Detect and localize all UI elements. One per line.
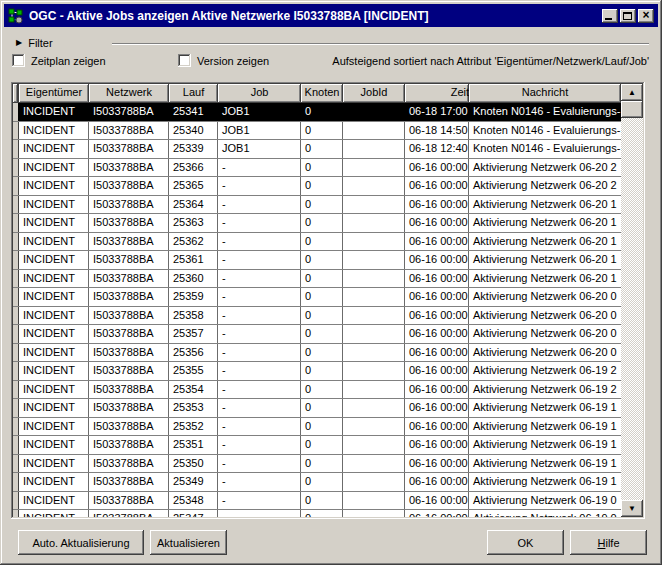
table-cell[interactable]: 25341: [169, 103, 218, 121]
zeitplan-checkbox-group[interactable]: Zeitplan zeigen: [12, 54, 106, 67]
table-cell[interactable]: 06-16 00:00: [405, 418, 469, 436]
table-cell[interactable]: 25362: [169, 233, 218, 251]
table-cell[interactable]: 25358: [169, 307, 218, 325]
column-header[interactable]: Job: [218, 84, 301, 103]
table-cell[interactable]: 06-16 00:00: [405, 251, 469, 269]
refresh-button[interactable]: Aktualisieren: [150, 530, 227, 555]
table-row[interactable]: INCIDENTI5033788BA25350-006-16 00:00Akti…: [13, 455, 621, 474]
table-cell[interactable]: I5033788BA: [89, 399, 169, 417]
minimize-button[interactable]: [602, 9, 618, 23]
table-cell[interactable]: JOB1: [218, 140, 301, 158]
table-row[interactable]: INCIDENTI5033788BA25363-006-16 00:00Akti…: [13, 214, 621, 233]
table-cell[interactable]: 0: [301, 399, 343, 417]
table-row[interactable]: INCIDENTI5033788BA25360-006-16 00:00Akti…: [13, 270, 621, 289]
table-cell[interactable]: -: [218, 510, 301, 517]
table-cell[interactable]: -: [218, 251, 301, 269]
table-cell[interactable]: I5033788BA: [89, 455, 169, 473]
version-checkbox-group[interactable]: Version zeigen: [178, 54, 269, 67]
table-row[interactable]: INCIDENTI5033788BA25364-006-16 00:00Akti…: [13, 196, 621, 215]
table-cell[interactable]: INCIDENT: [19, 159, 89, 177]
table-cell[interactable]: 06-16 00:00: [405, 436, 469, 454]
app-icon[interactable]: [8, 8, 24, 24]
table-cell[interactable]: [343, 307, 405, 325]
table-cell[interactable]: 06-16 00:00: [405, 159, 469, 177]
table-cell[interactable]: -: [218, 399, 301, 417]
table-cell[interactable]: I5033788BA: [89, 251, 169, 269]
table-cell[interactable]: INCIDENT: [19, 122, 89, 140]
table-row[interactable]: INCIDENTI5033788BA25351-006-16 00:00Akti…: [13, 436, 621, 455]
table-cell[interactable]: 25340: [169, 122, 218, 140]
table-row[interactable]: INCIDENTI5033788BA25357-006-16 00:00Akti…: [13, 325, 621, 344]
auto-refresh-button[interactable]: Auto. Aktualisierung: [18, 530, 144, 555]
table-cell[interactable]: 06-16 00:00: [405, 177, 469, 195]
table-cell[interactable]: 0: [301, 436, 343, 454]
table-cell[interactable]: 0: [301, 418, 343, 436]
table-cell[interactable]: [343, 251, 405, 269]
table-cell[interactable]: [343, 103, 405, 121]
table-cell[interactable]: [343, 362, 405, 380]
table-cell[interactable]: 25357: [169, 325, 218, 343]
table-cell[interactable]: Aktivierung Netzwerk 06-20 0: [469, 307, 621, 325]
table-cell[interactable]: 25366: [169, 159, 218, 177]
table-cell[interactable]: 06-16 00:00: [405, 381, 469, 399]
column-header[interactable]: Lauf: [169, 84, 218, 103]
table-cell[interactable]: 06-16 00:00: [405, 325, 469, 343]
table-cell[interactable]: 25339: [169, 140, 218, 158]
table-cell[interactable]: 06-16 00:00: [405, 344, 469, 362]
column-header[interactable]: Zeit: [405, 84, 469, 103]
table-cell[interactable]: Aktivierung Netzwerk 06-20 2: [469, 159, 621, 177]
table-cell[interactable]: -: [218, 196, 301, 214]
table-row[interactable]: INCIDENTI5033788BA25341JOB1006-18 17:00K…: [13, 103, 621, 122]
table-row[interactable]: INCIDENTI5033788BA25355-006-16 00:00Akti…: [13, 362, 621, 381]
table-cell[interactable]: -: [218, 233, 301, 251]
table-cell[interactable]: I5033788BA: [89, 159, 169, 177]
table-cell[interactable]: 06-18 12:40: [405, 140, 469, 158]
table-cell[interactable]: Aktivierung Netzwerk 06-19 0: [469, 510, 621, 517]
table-cell[interactable]: 0: [301, 362, 343, 380]
ok-button[interactable]: OK: [487, 530, 564, 555]
table-cell[interactable]: I5033788BA: [89, 436, 169, 454]
table-cell[interactable]: Aktivierung Netzwerk 06-19 1: [469, 436, 621, 454]
table-cell[interactable]: 06-18 17:00: [405, 103, 469, 121]
table-cell[interactable]: INCIDENT: [19, 251, 89, 269]
table-cell[interactable]: I5033788BA: [89, 122, 169, 140]
table-cell[interactable]: 25353: [169, 399, 218, 417]
table-cell[interactable]: -: [218, 214, 301, 232]
table-row[interactable]: INCIDENTI5033788BA25356-006-16 00:00Akti…: [13, 344, 621, 363]
table-cell[interactable]: -: [218, 307, 301, 325]
version-checkbox-label[interactable]: Version zeigen: [197, 55, 269, 67]
table-cell[interactable]: I5033788BA: [89, 381, 169, 399]
table-cell[interactable]: 0: [301, 325, 343, 343]
table-cell[interactable]: 0: [301, 233, 343, 251]
table-cell[interactable]: [343, 288, 405, 306]
table-cell[interactable]: I5033788BA: [89, 418, 169, 436]
table-cell[interactable]: -: [218, 325, 301, 343]
table-cell[interactable]: 0: [301, 307, 343, 325]
column-header[interactable]: JobId: [343, 84, 405, 103]
table-cell[interactable]: I5033788BA: [89, 473, 169, 491]
table-cell[interactable]: I5033788BA: [89, 103, 169, 121]
table-row[interactable]: INCIDENTI5033788BA25359-006-16 00:00Akti…: [13, 288, 621, 307]
column-header[interactable]: Eigentümer: [19, 84, 89, 103]
table-row[interactable]: INCIDENTI5033788BA25354-006-16 00:00Akti…: [13, 381, 621, 400]
table-cell[interactable]: 25355: [169, 362, 218, 380]
table-cell[interactable]: 25350: [169, 455, 218, 473]
table-cell[interactable]: -: [218, 492, 301, 510]
table-cell[interactable]: 25364: [169, 196, 218, 214]
table-cell[interactable]: [343, 418, 405, 436]
table-cell[interactable]: 25360: [169, 270, 218, 288]
table-cell[interactable]: 0: [301, 473, 343, 491]
table-cell[interactable]: INCIDENT: [19, 103, 89, 121]
table-cell[interactable]: 25361: [169, 251, 218, 269]
table-row[interactable]: INCIDENTI5033788BA25352-006-16 00:00Akti…: [13, 418, 621, 437]
table-cell[interactable]: INCIDENT: [19, 473, 89, 491]
zeitplan-checkbox[interactable]: [12, 54, 25, 67]
table-cell[interactable]: -: [218, 455, 301, 473]
table-row[interactable]: INCIDENTI5033788BA25361-006-16 00:00Akti…: [13, 251, 621, 270]
table-cell[interactable]: 06-16 00:00: [405, 492, 469, 510]
table-cell[interactable]: 25347: [169, 510, 218, 517]
table-cell[interactable]: 0: [301, 122, 343, 140]
zeitplan-checkbox-label[interactable]: Zeitplan zeigen: [31, 55, 106, 67]
table-cell[interactable]: Aktivierung Netzwerk 06-20 0: [469, 344, 621, 362]
table-cell[interactable]: 06-16 00:00: [405, 362, 469, 380]
